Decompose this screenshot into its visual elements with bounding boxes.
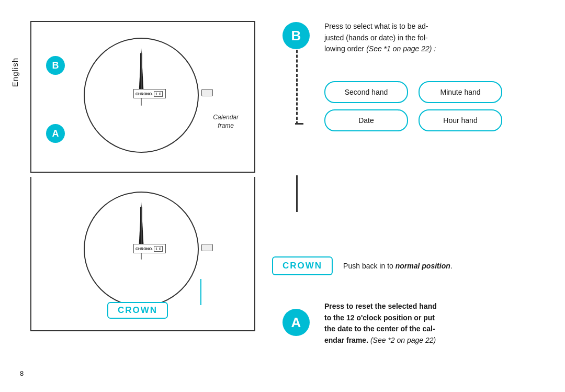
hand-buttons-grid: Second hand Minute hand Date Hour hand [324, 81, 502, 131]
language-label: English [10, 58, 19, 87]
watch-diagram-top-inner: B A CHRONO. [31, 22, 254, 172]
chrono-display-top: CHRONO. 1 0 [133, 89, 166, 98]
desc-a: Press to reset the selected hand to the … [324, 301, 539, 346]
btn-b-top[interactable]: B [46, 56, 65, 75]
solid-line [296, 175, 298, 212]
a-section: A Press to reset the selected hand to th… [267, 147, 549, 230]
btn-b-large[interactable]: B [282, 22, 310, 49]
minute-hand-btn[interactable]: Minute hand [419, 81, 502, 103]
page-number: 8 [20, 369, 24, 377]
watch-diagram-bottom: CHRONO. 1 0 CROWN [30, 177, 255, 331]
date-btn[interactable]: Date [324, 109, 408, 131]
calendar-label: Calendar frame [213, 114, 239, 130]
svg-marker-1 [139, 48, 144, 95]
desc-b: Press to select what is to be ad- justed… [324, 21, 539, 55]
left-panel: English B A [20, 16, 261, 356]
crown-badge-right: CROWN [272, 256, 333, 275]
hour-hand-btn[interactable]: Hour hand [419, 109, 502, 131]
right-panel: B Press to select what is to be ad- just… [267, 16, 549, 230]
second-hand-btn[interactable]: Second hand [324, 81, 408, 103]
bracket-bottom [295, 123, 303, 125]
btn-a-large[interactable]: A [282, 309, 310, 336]
watch-diagram-top: B A CHRONO. [30, 21, 255, 173]
btn-a-top[interactable]: A [46, 124, 65, 143]
crown-badge-left: CROWN [107, 302, 168, 319]
svg-marker-5 [139, 202, 144, 249]
crown-section: CROWN Push back in to normal position. [272, 256, 453, 275]
crown-knob-bottom [201, 244, 213, 251]
crown-line [200, 279, 201, 305]
crown-description: Push back in to normal position. [343, 261, 453, 272]
chrono-display-bottom: CHRONO. 1 0 [133, 244, 166, 253]
crown-knob-top [201, 89, 213, 96]
watch-diagram-bottom-inner: CHRONO. 1 0 CROWN [31, 177, 254, 330]
b-section: B Press to select what is to be ad- just… [267, 16, 549, 136]
